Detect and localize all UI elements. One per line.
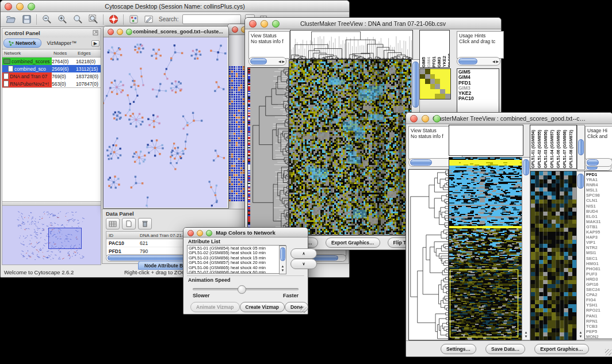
col-nodes[interactable]: Nodes xyxy=(52,51,76,56)
col-id[interactable]: ID xyxy=(106,233,140,238)
tv2-zoom-heatmap[interactable] xyxy=(530,171,577,340)
gene-list-item[interactable]: RPN1 xyxy=(586,319,612,324)
gene-list-item[interactable]: MON2 xyxy=(586,334,612,339)
tv1-hints-scrollbar[interactable]: ◀ ▶ xyxy=(457,57,500,66)
tv2-button[interactable]: Settings… xyxy=(441,344,476,354)
resize-grip[interactable] xyxy=(300,306,307,313)
tv2-row-dendrogram[interactable] xyxy=(408,169,449,340)
col-edges[interactable]: Edges xyxy=(76,51,101,56)
animation-speed-slider-thumb[interactable] xyxy=(238,285,246,294)
vizmap-icon[interactable] xyxy=(128,14,139,25)
gene-list-item[interactable]: SEC1 xyxy=(586,256,612,261)
gene-list-item[interactable]: ELG1 xyxy=(586,214,612,219)
close-button[interactable] xyxy=(5,3,12,10)
gene-list-item[interactable]: YRA1 xyxy=(586,177,612,182)
panel-splitter[interactable] xyxy=(2,201,101,206)
zoom-button[interactable] xyxy=(433,115,441,122)
gene-list-item[interactable]: PAC10 xyxy=(458,96,499,101)
gene-list-item[interactable]: TCB3 xyxy=(586,324,612,329)
gene-list-item[interactable]: FIG4 xyxy=(586,297,612,302)
tv2-button[interactable]: Export Graphics… xyxy=(534,344,589,354)
attribute-list[interactable]: GPL51-01 (GSM854) heat shock 05 minGPL51… xyxy=(187,245,286,274)
network-canvas[interactable] xyxy=(104,37,227,208)
gene-list-item[interactable]: MSI1 xyxy=(586,250,612,255)
tv2-button[interactable]: Save Data… xyxy=(485,344,525,354)
zoom-in-icon[interactable] xyxy=(56,14,68,25)
gene-list-item[interactable]: KAP95 xyxy=(586,229,612,235)
close-button[interactable] xyxy=(249,20,257,28)
gene-list-item[interactable]: YSH1 xyxy=(586,302,612,308)
select-attributes-icon[interactable] xyxy=(106,218,120,229)
gene-list-item[interactable]: MAK31 xyxy=(586,219,612,224)
minimize-button[interactable] xyxy=(117,29,123,35)
gene-list-item[interactable]: PHO81 xyxy=(586,266,612,271)
tv1-row-dendrogram[interactable] xyxy=(247,67,289,236)
tab-network[interactable]: Network xyxy=(3,39,41,48)
gene-list-item[interactable]: BUD4 xyxy=(586,209,612,214)
network-table-row[interactable]: RNAPuberNov2+!563(0)107847(0) xyxy=(2,80,101,87)
col-network[interactable]: Network xyxy=(2,51,52,56)
minimize-button[interactable] xyxy=(197,230,203,236)
search-input[interactable] xyxy=(182,14,241,24)
tv2-heatmap-vscrollbar[interactable]: ▲▼ xyxy=(522,157,530,340)
birdseye-view[interactable] xyxy=(2,206,101,265)
move-down-button[interactable]: ∨ xyxy=(290,259,317,269)
float-panel-icon[interactable] xyxy=(93,30,98,37)
tv2-labels-vscrollbar[interactable] xyxy=(577,125,585,170)
network-table-row[interactable]: combined_sco2569(6)13112(15) xyxy=(2,65,101,72)
zoom-fit-icon[interactable] xyxy=(87,14,99,25)
zoom-button[interactable] xyxy=(206,230,212,236)
zoom-button[interactable] xyxy=(28,3,35,10)
tv1-status-scrollbar[interactable]: ◀ ▶ xyxy=(248,57,286,66)
tv2-hints-scrollbar[interactable] xyxy=(585,158,612,167)
gene-list-item[interactable]: HAP3 xyxy=(586,235,612,240)
zoom-button[interactable] xyxy=(126,29,132,35)
gene-list-item[interactable]: GPI16 xyxy=(586,282,612,287)
minimize-button[interactable] xyxy=(422,115,429,122)
tv1-button[interactable]: Export Graphics… xyxy=(326,237,380,248)
dialog-button[interactable]: Create Vizmap xyxy=(240,302,285,312)
gene-list-item[interactable]: MSL1 xyxy=(586,187,612,193)
zoom-selected-icon[interactable] xyxy=(72,14,83,25)
tv1-column-dendrogram[interactable] xyxy=(290,30,413,59)
gene-list-item[interactable]: GTB1 xyxy=(586,224,612,229)
zoom-button[interactable] xyxy=(272,20,280,28)
attribute-list-scrollbar[interactable]: ▲▼ xyxy=(279,246,286,274)
new-attribute-icon[interactable] xyxy=(122,218,136,229)
gene-list-item[interactable]: VIP1 xyxy=(586,240,612,245)
save-icon[interactable] xyxy=(21,14,32,25)
close-button[interactable] xyxy=(188,230,194,236)
gene-list-item[interactable]: PEP5 xyxy=(586,329,612,334)
gene-list-item[interactable]: CLN1 xyxy=(586,198,612,203)
network-table-row[interactable]: combined_scores2764(0)16218(0) xyxy=(2,58,101,65)
open-folder-icon[interactable] xyxy=(5,14,17,25)
help-lifering-icon[interactable] xyxy=(108,14,119,25)
tv2-global-heatmap[interactable] xyxy=(449,157,522,340)
gene-list-item[interactable]: HRD3 xyxy=(586,277,612,282)
main-titlebar[interactable]: Cytoscape Desktop (Session Name: collins… xyxy=(1,1,349,12)
gene-list-item[interactable]: NIS1 xyxy=(586,204,612,209)
close-button[interactable] xyxy=(410,115,418,122)
zoom-out-icon[interactable] xyxy=(41,14,52,25)
resize-grip[interactable] xyxy=(605,349,611,355)
move-up-button[interactable]: ∧ xyxy=(290,248,317,259)
gene-list-item[interactable]: RPO21 xyxy=(586,308,612,313)
tab-overflow-arrow[interactable]: ▶ xyxy=(91,40,100,47)
minimize-button[interactable] xyxy=(261,20,268,28)
dialog-titlebar[interactable]: Map Colors to Network xyxy=(183,228,308,237)
gene-list-item[interactable]: PFD1 xyxy=(586,172,612,177)
tab-vizmapper[interactable]: VizMapper™ xyxy=(43,39,82,47)
tv2-zoom-vscrollbar[interactable]: ▲▼ xyxy=(576,171,585,340)
gene-list-item[interactable]: HMG1 xyxy=(586,261,612,266)
gene-list-item[interactable]: SEC24 xyxy=(586,287,612,292)
close-button[interactable] xyxy=(232,26,238,33)
network-table-row[interactable]: DNA and Tran 07769(0)183728(0) xyxy=(2,72,101,80)
minimize-button[interactable] xyxy=(16,3,24,10)
gene-list-item[interactable]: CPA2 xyxy=(586,292,612,297)
delete-attribute-icon[interactable] xyxy=(138,218,152,229)
annotation-icon[interactable] xyxy=(143,14,155,25)
tv1-titlebar[interactable]: ClusterMaker TreeView : DNA and Tran 07-… xyxy=(245,18,501,29)
network-view-titlebar[interactable]: combined_scores_good.txt--cluste... xyxy=(104,26,228,37)
tv2-titlebar[interactable]: ClusterMaker TreeView : combined_scores_… xyxy=(406,113,612,124)
tv1-heatmap[interactable] xyxy=(289,59,412,236)
